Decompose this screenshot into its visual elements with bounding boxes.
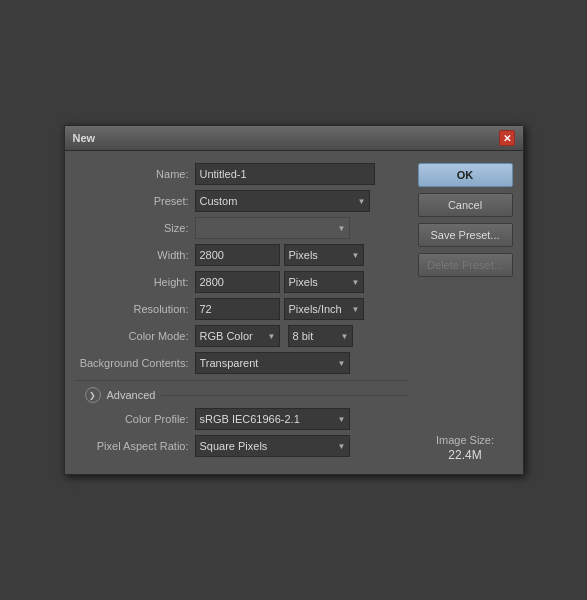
bg-select[interactable]: Transparent White Background Color (195, 352, 350, 374)
color-profile-row: Color Profile: sRGB IEC61966-2.1 Adobe R… (75, 408, 408, 430)
image-size-section: Image Size: 22.4M (418, 414, 513, 462)
height-row: Height: Pixels Inches cm (75, 271, 408, 293)
bg-row: Background Contents: Transparent White B… (75, 352, 408, 374)
delete-preset-button[interactable]: Delete Preset... (418, 253, 513, 277)
height-label: Height: (75, 276, 195, 288)
color-mode-select[interactable]: RGB Color Grayscale CMYK Color (195, 325, 280, 347)
color-mode-row: Color Mode: RGB Color Grayscale CMYK Col… (75, 325, 408, 347)
preset-label: Preset: (75, 195, 195, 207)
divider (75, 380, 408, 381)
save-preset-button[interactable]: Save Preset... (418, 223, 513, 247)
bit-depth-select[interactable]: 8 bit 16 bit 32 bit (288, 325, 353, 347)
bg-label: Background Contents: (75, 357, 195, 369)
cancel-button[interactable]: Cancel (418, 193, 513, 217)
width-unit-select[interactable]: Pixels Inches cm (284, 244, 364, 266)
size-label: Size: (75, 222, 195, 234)
new-document-dialog: New ✕ Name: Preset: Custom Size: (64, 125, 524, 475)
size-row: Size: (75, 217, 408, 239)
ok-button[interactable]: OK (418, 163, 513, 187)
form-panel: Name: Preset: Custom Size: (75, 163, 408, 462)
width-row: Width: Pixels Inches cm (75, 244, 408, 266)
image-size-value: 22.4M (418, 448, 513, 462)
advanced-toggle[interactable]: ❯ (85, 387, 101, 403)
pixel-aspect-row: Pixel Aspect Ratio: Square Pixels D1/DV … (75, 435, 408, 457)
name-input[interactable] (195, 163, 375, 185)
width-label: Width: (75, 249, 195, 261)
pixel-aspect-label: Pixel Aspect Ratio: (75, 440, 195, 452)
image-size-label: Image Size: (418, 434, 513, 446)
title-bar: New ✕ (65, 126, 523, 151)
pixel-aspect-select[interactable]: Square Pixels D1/DV NTSC (0.91) (195, 435, 350, 457)
resolution-label: Resolution: (75, 303, 195, 315)
resolution-unit-select[interactable]: Pixels/Inch Pixels/cm (284, 298, 364, 320)
preset-row: Preset: Custom (75, 190, 408, 212)
close-button[interactable]: ✕ (499, 130, 515, 146)
resolution-input[interactable] (195, 298, 280, 320)
advanced-line (161, 395, 407, 396)
size-input[interactable] (195, 217, 350, 239)
color-mode-label: Color Mode: (75, 330, 195, 342)
preset-select[interactable]: Custom (195, 190, 370, 212)
dialog-body: Name: Preset: Custom Size: (65, 151, 523, 474)
height-input[interactable] (195, 271, 280, 293)
resolution-row: Resolution: Pixels/Inch Pixels/cm (75, 298, 408, 320)
name-label: Name: (75, 168, 195, 180)
height-unit-select[interactable]: Pixels Inches cm (284, 271, 364, 293)
right-panel: OK Cancel Save Preset... Delete Preset..… (418, 163, 513, 462)
color-profile-select[interactable]: sRGB IEC61966-2.1 Adobe RGB (1998) (195, 408, 350, 430)
name-row: Name: (75, 163, 408, 185)
width-input[interactable] (195, 244, 280, 266)
advanced-label: Advanced (107, 389, 156, 401)
advanced-row: ❯ Advanced (75, 387, 408, 403)
dialog-title: New (73, 132, 96, 144)
color-profile-label: Color Profile: (75, 413, 195, 425)
